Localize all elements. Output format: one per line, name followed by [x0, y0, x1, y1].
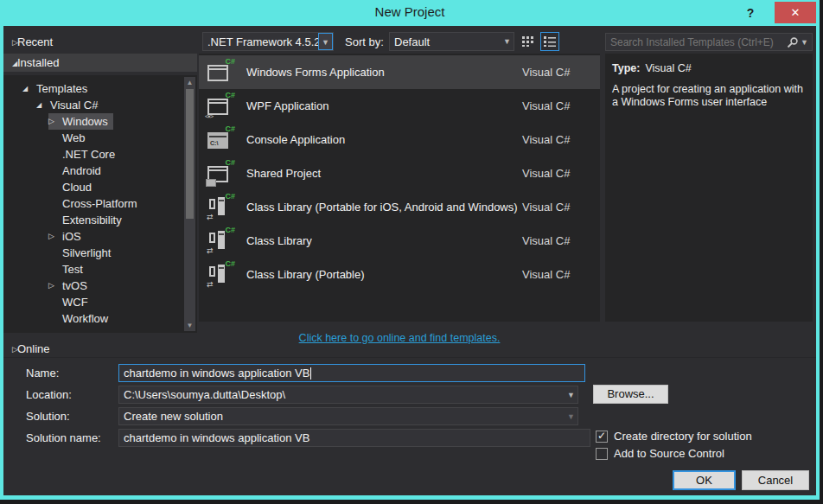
template-language: Visual C# — [522, 66, 570, 79]
tree-item-label: iOS — [62, 228, 81, 245]
cancel-button[interactable]: Cancel — [742, 470, 809, 490]
tree-item-label: Test — [62, 261, 83, 278]
divider — [3, 357, 816, 358]
template-list: C# Windows Forms Application Visual C# <… — [199, 54, 600, 322]
tree-item-label: Visual C# — [50, 97, 98, 113]
template-language: Visual C# — [522, 99, 570, 112]
type-value: Visual C# — [645, 62, 691, 74]
chevron-down-icon[interactable]: ▼ — [501, 37, 514, 46]
search-icon[interactable] — [787, 36, 799, 48]
tree-item-workflow[interactable]: Workflow — [3, 310, 197, 327]
tree-item-label: Web — [62, 130, 86, 146]
location-label: Location: — [26, 388, 72, 401]
template-name: Console Application — [246, 133, 345, 146]
template-row-classlib-portable-ios-android[interactable]: ⇄C# Class Library (Portable for iOS, And… — [199, 190, 600, 224]
tree-item-extensibility[interactable]: Extensibility — [3, 212, 197, 228]
tree-item-cloud[interactable]: Cloud — [3, 179, 197, 195]
source-control-checkbox-row[interactable]: Add to Source Control — [596, 447, 724, 460]
template-row-classlib[interactable]: ⇄C# Class Library Visual C# — [199, 224, 600, 258]
solution-name-input[interactable]: chartdemo in windows application VB — [118, 429, 590, 447]
tree-item-label: Templates — [36, 80, 87, 97]
chevron-down-icon[interactable]: ▼ — [799, 38, 812, 47]
template-row-console[interactable]: C:\C# Console Application Visual C# — [199, 123, 600, 156]
solution-label: Solution: — [26, 410, 70, 423]
chevron-collapsed-icon — [3, 345, 17, 354]
chevron-expanded-icon — [36, 97, 50, 113]
template-name: Class Library (Portable for iOS, Android… — [246, 201, 518, 214]
sidebar-item-label: Recent — [17, 35, 53, 48]
tree-item-label: Extensibility — [62, 212, 122, 228]
location-value: C:\Users\soumya.dutta\Desktop\ — [119, 388, 565, 401]
tree-item-label: Silverlight — [62, 245, 111, 261]
templates-tree: Templates Visual C# Windows Web .NET Cor… — [3, 75, 197, 333]
checkbox-unchecked-icon[interactable] — [596, 448, 608, 460]
scroll-down-icon[interactable]: ▼ — [184, 320, 195, 331]
chevron-expanded-icon — [22, 80, 36, 97]
location-dropdown[interactable]: C:\Users\soumya.dutta\Desktop\ ▼ — [118, 386, 578, 404]
solution-name-label: Solution name: — [26, 431, 101, 444]
tree-item-web[interactable]: Web — [3, 130, 197, 146]
chevron-collapsed-icon — [48, 113, 62, 130]
create-directory-checkbox-row[interactable]: Create directory for solution — [596, 430, 752, 443]
solution-value: Create new solution — [119, 410, 565, 423]
tree-item-tvos[interactable]: tvOS — [3, 278, 197, 294]
sort-dropdown[interactable]: Default ▼ — [389, 32, 514, 51]
sort-value: Default — [390, 35, 501, 48]
close-button[interactable]: ✕ — [775, 2, 816, 23]
template-row-classlib-portable[interactable]: ⇄C# Class Library (Portable) Visual C# — [199, 258, 600, 291]
browse-button[interactable]: Browse... — [593, 385, 668, 404]
tree-item-cross-platform[interactable]: Cross-Platform — [3, 195, 197, 212]
search-box[interactable]: ▼ — [605, 33, 813, 51]
scroll-up-icon[interactable]: ▲ — [184, 77, 195, 88]
sidebar-item-label: Online — [17, 342, 50, 355]
template-row-shared-project[interactable]: C# Shared Project Visual C# — [199, 156, 600, 190]
framework-dropdown[interactable]: .NET Framework 4.5.2 ▼ — [202, 32, 334, 51]
template-language: Visual C# — [522, 201, 570, 214]
chevron-down-icon[interactable]: ▼ — [565, 391, 577, 399]
chevron-down-icon[interactable]: ▼ — [318, 33, 333, 50]
sort-by-label: Sort by: — [345, 35, 384, 48]
class-library-icon: ⇄C# — [206, 261, 235, 289]
scrollbar-thumb[interactable] — [186, 89, 194, 219]
tree-item-silverlight[interactable]: Silverlight — [3, 245, 197, 261]
template-name: WPF Application — [246, 99, 329, 112]
tree-item-label: .NET Core — [62, 146, 115, 163]
winforms-app-icon: C# — [206, 59, 235, 86]
tree-item-ios[interactable]: iOS — [3, 228, 197, 245]
tree-item-android[interactable]: Android — [3, 163, 197, 179]
tree-item-label: Windows — [62, 113, 108, 130]
template-language: Visual C# — [522, 234, 570, 247]
name-input[interactable]: chartdemo in windows application VB — [118, 364, 585, 382]
list-view-button[interactable] — [540, 32, 559, 51]
help-button[interactable]: ? — [742, 3, 759, 22]
tree-scrollbar[interactable]: ▲ ▼ — [184, 77, 195, 331]
solution-dropdown[interactable]: Create new solution ▼ — [118, 407, 578, 425]
template-row-winforms[interactable]: C# Windows Forms Application Visual C# — [199, 55, 600, 89]
tree-item-visual-csharp[interactable]: Visual C# — [3, 97, 197, 113]
tree-item-label: WCF — [62, 294, 88, 310]
go-online-link[interactable]: Click here to go online and find templat… — [199, 332, 600, 344]
tree-item-net-core[interactable]: .NET Core — [3, 146, 197, 163]
tree-item-templates[interactable]: Templates — [3, 80, 197, 97]
titlebar[interactable]: New Project ? ✕ — [0, 0, 820, 26]
template-language: Visual C# — [522, 133, 570, 146]
checkbox-label: Create directory for solution — [614, 430, 752, 443]
checkbox-checked-icon[interactable] — [596, 431, 608, 443]
tree-item-test[interactable]: Test — [3, 261, 197, 278]
sidebar-item-online[interactable]: Online — [3, 340, 197, 358]
ok-button[interactable]: OK — [673, 470, 736, 490]
chevron-down-icon[interactable]: ▼ — [565, 412, 577, 421]
template-name: Windows Forms Application — [246, 66, 385, 79]
template-name: Class Library (Portable) — [246, 268, 365, 281]
shared-project-icon: C# — [206, 160, 235, 188]
chevron-collapsed-icon — [3, 38, 17, 47]
search-input[interactable] — [606, 36, 787, 48]
small-icons-view-button[interactable] — [519, 32, 538, 51]
sidebar-item-installed[interactable]: Installed — [3, 54, 197, 72]
name-label: Name: — [26, 367, 59, 380]
tree-item-windows[interactable]: Windows — [3, 113, 197, 130]
template-row-wpf[interactable]: <▪>C# WPF Application Visual C# — [199, 89, 600, 123]
tree-item-wcf[interactable]: WCF — [3, 294, 197, 310]
sidebar-item-recent[interactable]: Recent — [3, 33, 197, 51]
new-project-dialog: New Project ? ✕ Recent Installed Templat… — [0, 0, 820, 500]
